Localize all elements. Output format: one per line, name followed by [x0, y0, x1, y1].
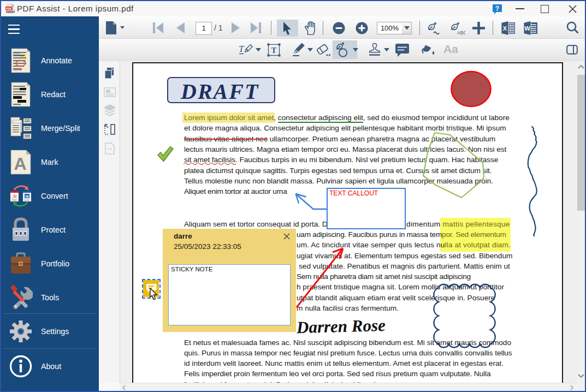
svg-text:T: T: [271, 46, 276, 55]
svg-text:ASSIST: ASSIST: [6, 11, 15, 14]
svg-text:PDF: PDF: [6, 7, 11, 10]
svg-text:X: X: [503, 25, 507, 32]
svg-text:W: W: [26, 195, 29, 198]
svg-text:T: T: [239, 44, 245, 54]
svg-text:?: ?: [495, 5, 499, 13]
svg-text:DOC: DOC: [25, 199, 31, 201]
svg-text:W: W: [524, 25, 530, 32]
svg-text:A: A: [14, 154, 26, 174]
svg-text:ABC: ABC: [457, 30, 465, 35]
svg-text:PDF: PDF: [12, 199, 17, 201]
